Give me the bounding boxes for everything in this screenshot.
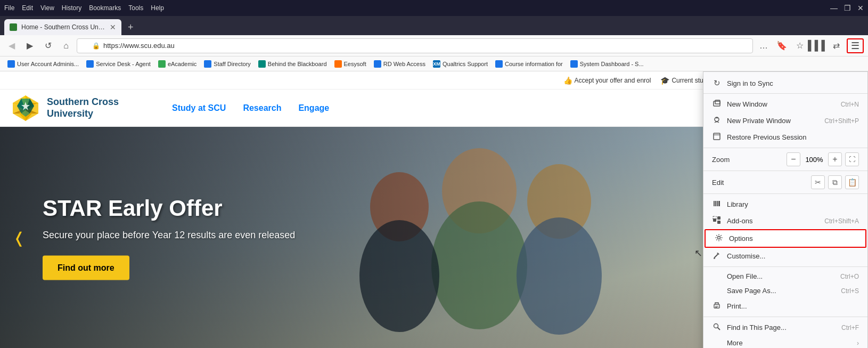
reload-button[interactable]: ↺ bbox=[40, 38, 55, 53]
svg-rect-33 bbox=[717, 221, 720, 224]
home-button[interactable]: ⌂ bbox=[59, 38, 73, 53]
sync-icon[interactable]: ⇄ bbox=[829, 38, 844, 53]
forward-button[interactable]: ▶ bbox=[22, 38, 37, 53]
copy-button[interactable]: ⧉ bbox=[828, 175, 842, 189]
carousel-prev-button[interactable]: ❬ bbox=[13, 229, 25, 246]
bookmark-staff-directory[interactable]: Staff Directory bbox=[201, 59, 254, 69]
more-label: More bbox=[727, 339, 851, 347]
back-button[interactable]: ◀ bbox=[4, 38, 19, 53]
menu-item-new-window[interactable]: New Window Ctrl+N bbox=[703, 96, 867, 112]
minimize-button[interactable]: — bbox=[830, 4, 838, 12]
tab-title: Home - Southern Cross Univer… bbox=[21, 23, 105, 31]
svg-rect-23 bbox=[715, 100, 720, 104]
scu-logo[interactable]: Southern Cross University bbox=[11, 93, 119, 123]
tab-bar: Home - Southern Cross Univer… ✕ + bbox=[0, 16, 868, 35]
thumbs-up-icon: 👍 bbox=[563, 76, 572, 85]
bookmark-favicon bbox=[495, 60, 503, 68]
menu-item-find-in-page[interactable]: Find in This Page... Ctrl+F bbox=[703, 319, 867, 336]
menu-divider bbox=[703, 317, 867, 317]
svg-rect-41 bbox=[715, 307, 717, 307]
bookmark-favicon bbox=[258, 60, 266, 68]
restore-session-icon bbox=[712, 132, 722, 142]
bookmark-service-desk[interactable]: Service Desk - Agent bbox=[83, 59, 154, 69]
menu-item-options[interactable]: Options bbox=[705, 229, 866, 248]
addons-shortcut: Ctrl+Shift+A bbox=[824, 217, 859, 225]
url-bar[interactable]: 🔒 https://www.scu.edu.au bbox=[77, 38, 753, 53]
accept-offer-label: Accept your offer and enrol bbox=[575, 77, 651, 84]
new-tab-button[interactable]: + bbox=[124, 19, 138, 35]
bookmark-eacademic[interactable]: eAcademic bbox=[155, 59, 200, 69]
zoom-fullscreen-button[interactable]: ⛶ bbox=[845, 152, 859, 166]
bookmark-behind-blackboard[interactable]: Behind the Blackboard bbox=[255, 59, 330, 69]
nav-engage[interactable]: Engage bbox=[298, 103, 329, 113]
open-file-label: Open File... bbox=[727, 272, 835, 280]
new-private-window-label: New Private Window bbox=[727, 117, 819, 125]
edit-label: Edit bbox=[712, 179, 807, 187]
more-arrow-icon: › bbox=[857, 339, 859, 347]
menu-item-new-private-window[interactable]: New Private Window Ctrl+Shift+P bbox=[703, 112, 867, 129]
bookmark-system-dashboard[interactable]: System Dashboard - S... bbox=[567, 59, 647, 69]
menu-item-save-page[interactable]: Save Page As... Ctrl+S bbox=[703, 284, 867, 298]
nav-research[interactable]: Research bbox=[243, 103, 281, 113]
menu-file[interactable]: File bbox=[4, 4, 14, 12]
menu-history[interactable]: History bbox=[62, 4, 81, 12]
menu-item-customise[interactable]: Customise... bbox=[703, 248, 867, 264]
bookmark-course-info[interactable]: Course information for bbox=[492, 59, 566, 69]
library-icon bbox=[712, 199, 722, 209]
title-bar-menus[interactable]: File Edit View History Bookmarks Tools H… bbox=[4, 4, 164, 12]
bookmark-favicon bbox=[86, 60, 94, 68]
menu-view[interactable]: View bbox=[40, 4, 54, 12]
svg-rect-32 bbox=[717, 216, 720, 220]
tab-close-button[interactable]: ✕ bbox=[110, 23, 116, 31]
bookmark-label: Qualtrics Support bbox=[443, 61, 488, 67]
bookmark-label: User Account Adminis... bbox=[17, 61, 79, 67]
find-in-page-shortcut: Ctrl+F bbox=[841, 324, 859, 331]
new-window-icon bbox=[712, 99, 722, 109]
print-icon bbox=[712, 301, 722, 311]
menu-tools[interactable]: Tools bbox=[128, 4, 143, 12]
svg-point-35 bbox=[718, 237, 720, 239]
hero-content: STAR Early Offer Secure your place befor… bbox=[43, 195, 295, 280]
menu-item-sign-in-sync[interactable]: ↻ Sign in to Sync bbox=[703, 75, 867, 91]
maximize-button[interactable]: ❐ bbox=[844, 4, 851, 12]
menu-bookmarks[interactable]: Bookmarks bbox=[89, 4, 121, 12]
bookmark-star-icon[interactable]: ☆ bbox=[792, 38, 807, 53]
bookmark-label: Behind the Blackboard bbox=[268, 61, 327, 67]
window-controls[interactable]: — ❐ ✕ bbox=[830, 4, 864, 12]
menu-item-library[interactable]: Library bbox=[703, 196, 867, 213]
menu-item-addons[interactable]: Add-ons Ctrl+Shift+A bbox=[703, 213, 867, 229]
bookmark-user-account[interactable]: User Account Adminis... bbox=[4, 59, 82, 69]
zoom-out-button[interactable]: − bbox=[787, 152, 800, 166]
svg-rect-40 bbox=[715, 306, 718, 306]
addons-label: Add-ons bbox=[727, 217, 819, 225]
paste-button[interactable]: 📋 bbox=[845, 175, 859, 189]
bookmark-rd-web[interactable]: RD Web Access bbox=[371, 59, 429, 69]
nav-study[interactable]: Study at SCU bbox=[172, 103, 226, 113]
pocket-icon[interactable]: 🔖 bbox=[774, 38, 789, 53]
menu-help[interactable]: Help bbox=[151, 4, 164, 12]
app-menu-button[interactable]: ☰ bbox=[847, 38, 864, 53]
bookmark-qualtrics[interactable]: XM Qualtrics Support bbox=[430, 59, 491, 69]
cut-button[interactable]: ✂ bbox=[811, 175, 825, 189]
close-button[interactable]: ✕ bbox=[857, 4, 864, 12]
menu-item-restore-session[interactable]: Restore Previous Session bbox=[703, 129, 867, 145]
lock-icon: 🔒 bbox=[92, 42, 100, 50]
more-button[interactable]: … bbox=[756, 38, 771, 53]
menu-item-print[interactable]: Print... bbox=[703, 298, 867, 314]
bookmark-eesysoft[interactable]: Eesysoft bbox=[331, 59, 370, 69]
hero-title: STAR Early Offer bbox=[43, 195, 295, 221]
sync-icon: ↻ bbox=[712, 78, 722, 88]
menu-divider bbox=[703, 193, 867, 194]
private-window-icon bbox=[712, 116, 722, 126]
url-text: https://www.scu.edu.au bbox=[103, 42, 175, 50]
zoom-in-button[interactable]: + bbox=[828, 152, 842, 166]
reading-list-icon[interactable]: ▌▌▌ bbox=[810, 38, 825, 53]
hero-cta-button[interactable]: Find out more bbox=[43, 255, 129, 280]
bookmark-label: Service Desk - Agent bbox=[96, 61, 151, 67]
nav-accept-offer[interactable]: 👍 Accept your offer and enrol bbox=[563, 76, 651, 85]
menu-item-more[interactable]: More › bbox=[703, 336, 867, 348]
menu-edit-row: Edit ✂ ⧉ 📋 bbox=[703, 173, 867, 191]
menu-item-open-file[interactable]: Open File... Ctrl+O bbox=[703, 269, 867, 284]
menu-edit[interactable]: Edit bbox=[22, 4, 33, 12]
active-tab[interactable]: Home - Southern Cross Univer… ✕ bbox=[4, 19, 121, 35]
